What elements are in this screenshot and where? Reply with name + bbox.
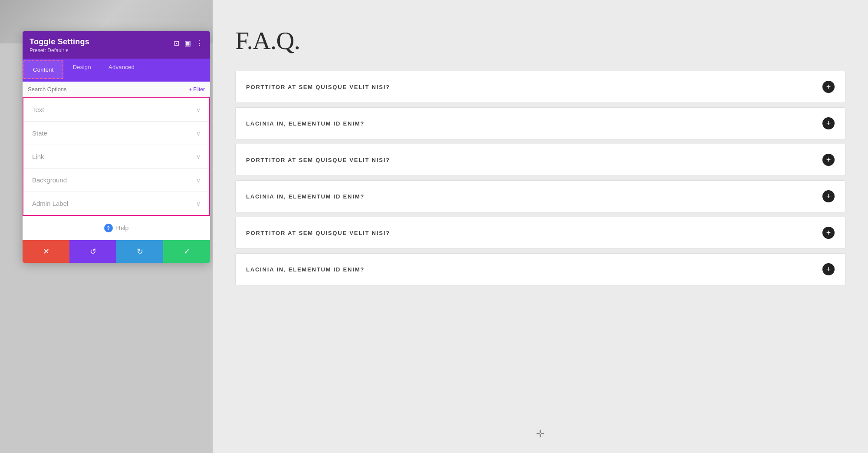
chevron-text-icon: ∨ bbox=[196, 106, 201, 113]
faq-item-3[interactable]: PORTTITOR AT SEM QUISQUE VELIT NISI? + bbox=[235, 144, 845, 176]
more-icon[interactable]: ⋮ bbox=[196, 39, 203, 47]
faq-expand-1[interactable]: + bbox=[822, 81, 835, 93]
help-label: Help bbox=[116, 225, 129, 231]
panel-actions: ✕ ↺ ↻ ✓ bbox=[23, 240, 210, 263]
panel-header-icons: ⊡ ▣ ⋮ bbox=[174, 37, 203, 47]
plus-icon-5: + bbox=[826, 228, 831, 238]
search-input[interactable] bbox=[28, 86, 115, 93]
option-text-label: Text bbox=[32, 106, 44, 113]
settings-panel: Toggle Settings Preset: Default ▾ ⊡ ▣ ⋮ … bbox=[23, 31, 210, 263]
plus-icon-1: + bbox=[826, 83, 831, 92]
redo-button[interactable]: ↻ bbox=[116, 240, 163, 263]
faq-question-3: PORTTITOR AT SEM QUISQUE VELIT NISI? bbox=[246, 157, 390, 163]
faq-title: F.A.Q. bbox=[235, 26, 845, 55]
tab-design[interactable]: Design bbox=[64, 59, 100, 81]
chevron-background-icon: ∨ bbox=[196, 177, 201, 184]
panel-header: Toggle Settings Preset: Default ▾ ⊡ ▣ ⋮ bbox=[23, 31, 210, 59]
faq-item-1[interactable]: PORTTITOR AT SEM QUISQUE VELIT NISI? + bbox=[235, 71, 845, 103]
faq-item-4[interactable]: LACINIA IN, ELEMENTUM ID ENIM? + bbox=[235, 180, 845, 212]
cancel-button[interactable]: ✕ bbox=[23, 240, 69, 263]
panel-preset[interactable]: Preset: Default ▾ bbox=[30, 47, 89, 53]
faq-item-2[interactable]: LACINIA IN, ELEMENTUM ID ENIM? + bbox=[235, 107, 845, 139]
tab-content[interactable]: Content bbox=[23, 60, 63, 79]
resize-icon[interactable]: ⊡ bbox=[174, 39, 179, 47]
option-background[interactable]: Background ∨ bbox=[23, 169, 209, 192]
option-link-label: Link bbox=[32, 153, 44, 160]
chevron-admin-icon: ∨ bbox=[196, 200, 201, 207]
faq-question-1: PORTTITOR AT SEM QUISQUE VELIT NISI? bbox=[246, 84, 390, 90]
faq-question-4: LACINIA IN, ELEMENTUM ID ENIM? bbox=[246, 193, 365, 200]
right-area: F.A.Q. PORTTITOR AT SEM QUISQUE VELIT NI… bbox=[213, 0, 868, 453]
options-list: Text ∨ State ∨ Link ∨ Background ∨ Admin… bbox=[23, 97, 210, 216]
faq-expand-2[interactable]: + bbox=[822, 117, 835, 129]
crosshair-icon[interactable]: ✛ bbox=[536, 428, 545, 440]
faq-expand-4[interactable]: + bbox=[822, 190, 835, 202]
option-text[interactable]: Text ∨ bbox=[23, 98, 209, 122]
panel-search-bar: + Filter bbox=[23, 82, 210, 97]
plus-icon-3: + bbox=[826, 155, 831, 165]
plus-icon-2: + bbox=[826, 119, 831, 128]
option-admin-label[interactable]: Admin Label ∨ bbox=[23, 192, 209, 215]
faq-expand-5[interactable]: + bbox=[822, 227, 835, 239]
filter-button[interactable]: + Filter bbox=[189, 86, 205, 93]
panel-title-area: Toggle Settings Preset: Default ▾ bbox=[30, 37, 89, 53]
faq-question-6: LACINIA IN, ELEMENTUM ID ENIM? bbox=[246, 266, 365, 273]
panel-help[interactable]: ? Help bbox=[23, 216, 210, 240]
layout-icon[interactable]: ▣ bbox=[184, 39, 191, 47]
faq-item-5[interactable]: PORTTITOR AT SEM QUISQUE VELIT NISI? + bbox=[235, 217, 845, 249]
faq-expand-3[interactable]: + bbox=[822, 154, 835, 166]
panel-title: Toggle Settings bbox=[30, 37, 89, 46]
chevron-link-icon: ∨ bbox=[196, 153, 201, 160]
tab-advanced[interactable]: Advanced bbox=[100, 59, 143, 81]
option-link[interactable]: Link ∨ bbox=[23, 145, 209, 169]
plus-icon-6: + bbox=[826, 265, 831, 274]
left-area: Toggle Settings Preset: Default ▾ ⊡ ▣ ⋮ … bbox=[0, 0, 213, 453]
faq-item-6[interactable]: LACINIA IN, ELEMENTUM ID ENIM? + bbox=[235, 253, 845, 285]
plus-icon-4: + bbox=[826, 192, 831, 201]
option-admin-label-label: Admin Label bbox=[32, 200, 68, 207]
panel-tabs: Content Design Advanced bbox=[23, 59, 210, 82]
faq-question-5: PORTTITOR AT SEM QUISQUE VELIT NISI? bbox=[246, 230, 390, 236]
option-state-label: State bbox=[32, 129, 47, 137]
faq-question-2: LACINIA IN, ELEMENTUM ID ENIM? bbox=[246, 120, 365, 127]
preset-arrow-icon: ▾ bbox=[66, 47, 68, 53]
option-background-label: Background bbox=[32, 176, 67, 184]
save-button[interactable]: ✓ bbox=[163, 240, 210, 263]
help-icon: ? bbox=[104, 224, 113, 232]
faq-expand-6[interactable]: + bbox=[822, 263, 835, 275]
chevron-state-icon: ∨ bbox=[196, 130, 201, 137]
option-state[interactable]: State ∨ bbox=[23, 122, 209, 145]
faq-list: PORTTITOR AT SEM QUISQUE VELIT NISI? + L… bbox=[235, 71, 845, 285]
undo-button[interactable]: ↺ bbox=[69, 240, 116, 263]
